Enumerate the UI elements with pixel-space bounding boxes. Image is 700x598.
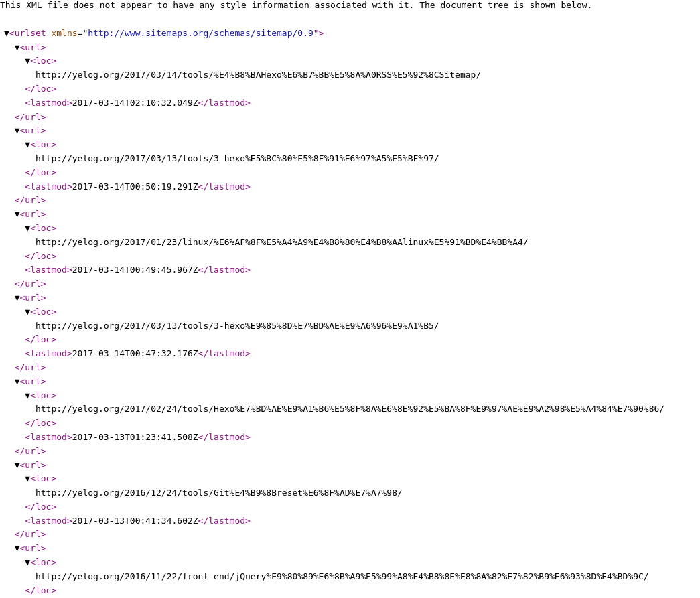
url1-lastmod-value: 2017-03-14T02:10:32.049Z bbox=[72, 98, 198, 108]
loc5-collapse[interactable]: ▼ bbox=[25, 390, 30, 400]
url3-open: <url> bbox=[19, 209, 46, 219]
url1-loc-value: http://yelog.org/2017/03/14/tools/%E4%B8… bbox=[36, 70, 481, 80]
loc2-open: <loc> bbox=[30, 139, 56, 149]
lastmod6-close: </lastmod> bbox=[198, 516, 251, 526]
url5-close: </url> bbox=[15, 446, 46, 456]
loc6-open: <loc> bbox=[30, 473, 56, 483]
url2-loc-value: http://yelog.org/2017/03/13/tools/3-hexo… bbox=[36, 153, 439, 163]
url4-open: <url> bbox=[19, 293, 46, 303]
loc5-close: </loc> bbox=[25, 418, 56, 428]
loc1-collapse[interactable]: ▼ bbox=[25, 56, 30, 66]
url5-loc-value: http://yelog.org/2017/02/24/tools/Hexo%E… bbox=[36, 404, 664, 414]
url6-open: <url> bbox=[19, 460, 46, 470]
loc4-close: </loc> bbox=[25, 334, 56, 344]
url4-close: </url> bbox=[15, 362, 46, 372]
loc1-close: </loc> bbox=[25, 84, 56, 94]
url3-close: </url> bbox=[15, 279, 46, 289]
url5-lastmod-value: 2017-03-13T01:23:41.508Z bbox=[72, 432, 198, 442]
url3-lastmod-value: 2017-03-14T00:49:45.967Z bbox=[72, 265, 198, 275]
lastmod3-open: <lastmod> bbox=[25, 265, 72, 275]
loc7-collapse[interactable]: ▼ bbox=[25, 557, 30, 567]
loc7-close: </loc> bbox=[25, 585, 56, 595]
loc4-collapse[interactable]: ▼ bbox=[25, 307, 30, 317]
root-collapse-arrow[interactable]: ▼ bbox=[4, 28, 9, 38]
url4-lastmod-value: 2017-03-14T00:47:32.176Z bbox=[72, 348, 198, 358]
lastmod6-open: <lastmod> bbox=[25, 516, 72, 526]
xmlns-attr-name: xmlns bbox=[51, 28, 77, 38]
url6-loc-value: http://yelog.org/2016/12/24/tools/Git%E4… bbox=[36, 488, 403, 498]
lastmod5-open: <lastmod> bbox=[25, 432, 72, 442]
loc3-open: <loc> bbox=[30, 223, 56, 233]
lastmod5-close: </lastmod> bbox=[198, 432, 251, 442]
lastmod4-open: <lastmod> bbox=[25, 348, 72, 358]
lastmod1-close: </lastmod> bbox=[198, 98, 251, 108]
url6-close: </url> bbox=[15, 529, 46, 539]
lastmod1-open: <lastmod> bbox=[25, 98, 72, 108]
xml-content: ▼<urlset xmlns="http://www.sitemaps.org/… bbox=[0, 10, 700, 598]
url1-open: <url> bbox=[19, 42, 46, 52]
loc6-close: </loc> bbox=[25, 502, 56, 512]
info-bar: This XML file does not appear to have an… bbox=[0, 0, 700, 10]
loc4-open: <loc> bbox=[30, 307, 56, 317]
url7-loc-value: http://yelog.org/2016/11/22/front-end/jQ… bbox=[36, 571, 649, 581]
loc3-close: </loc> bbox=[25, 251, 56, 261]
loc5-open: <loc> bbox=[30, 390, 56, 400]
lastmod2-close: </lastmod> bbox=[198, 181, 251, 192]
loc7-open: <loc> bbox=[30, 557, 56, 567]
lastmod4-close: </lastmod> bbox=[198, 348, 251, 358]
info-text: This XML file does not appear to have an… bbox=[0, 0, 592, 10]
url3-loc-value: http://yelog.org/2017/01/23/linux/%E6%AF… bbox=[36, 237, 529, 247]
loc2-collapse[interactable]: ▼ bbox=[25, 139, 30, 149]
url2-lastmod-value: 2017-03-14T00:50:19.291Z bbox=[72, 181, 198, 192]
loc1-open: <loc> bbox=[30, 56, 56, 66]
lastmod2-open: <lastmod> bbox=[25, 181, 72, 192]
url2-open: <url> bbox=[19, 125, 46, 135]
loc6-collapse[interactable]: ▼ bbox=[25, 473, 30, 483]
loc2-close: </loc> bbox=[25, 167, 56, 177]
url2-close: </url> bbox=[15, 195, 46, 205]
loc3-collapse[interactable]: ▼ bbox=[25, 223, 30, 233]
urlset-open-end: "> bbox=[313, 28, 324, 38]
url1-close: </url> bbox=[15, 112, 46, 122]
url4-loc-value: http://yelog.org/2017/03/13/tools/3-hexo… bbox=[36, 321, 439, 331]
lastmod3-close: </lastmod> bbox=[198, 265, 251, 275]
urlset-open-tag: <urlset bbox=[9, 28, 46, 38]
url6-lastmod-value: 2017-03-13T00:41:34.602Z bbox=[72, 516, 198, 526]
xmlns-attr-value: http://www.sitemaps.org/schemas/sitemap/… bbox=[88, 28, 313, 38]
url7-open: <url> bbox=[19, 543, 46, 553]
url5-open: <url> bbox=[19, 376, 46, 386]
